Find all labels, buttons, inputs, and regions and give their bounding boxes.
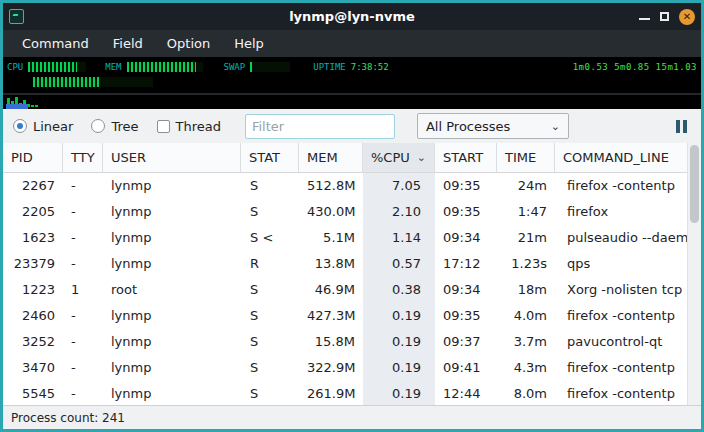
cell-cpu: 0.19 xyxy=(363,329,435,355)
sort-desc-icon: ⌄ xyxy=(413,151,426,164)
cell-tty: - xyxy=(63,173,103,199)
header-cpu[interactable]: %CPU ⌄ xyxy=(363,143,435,172)
cell-tty: - xyxy=(63,329,103,355)
pause-button[interactable] xyxy=(672,116,691,137)
cell-time: 24m xyxy=(497,173,555,199)
graph-tab-indicator[interactable] xyxy=(6,104,28,109)
close-button[interactable]: ✕ xyxy=(679,9,695,25)
cell-stat: S xyxy=(241,173,299,199)
header-time[interactable]: TIME xyxy=(497,143,555,172)
cell-cpu: 7.05 xyxy=(363,173,435,199)
header-user[interactable]: USER xyxy=(103,143,241,172)
cell-mem: 261.9M xyxy=(299,381,363,405)
linear-radio-circle xyxy=(13,119,27,133)
process-filter-select[interactable]: All Processes ⌄ xyxy=(417,113,569,139)
scrollbar-thumb[interactable] xyxy=(690,145,699,223)
header-tty[interactable]: TTY xyxy=(63,143,103,172)
table-row[interactable]: 2205 - lynmp S 430.0M 2.10 09:35 1:47 fi… xyxy=(3,199,687,225)
cell-stat: S < xyxy=(241,225,299,251)
tree-radio-circle xyxy=(91,119,105,133)
cell-start: 09:35 xyxy=(435,173,497,199)
per-cpu-meter xyxy=(33,77,153,87)
table-row[interactable]: 3252 - lynmp S 15.8M 0.19 09:37 3.7m pav… xyxy=(3,329,687,355)
cell-cpu: 0.57 xyxy=(363,251,435,277)
minimize-button[interactable] xyxy=(639,11,650,22)
cell-tty: - xyxy=(63,303,103,329)
vertical-scrollbar[interactable] xyxy=(687,143,701,405)
cell-time: 1:47 xyxy=(497,199,555,225)
app-icon xyxy=(9,9,24,24)
process-count: Process count: 241 xyxy=(11,411,125,425)
system-monitor-panel: CPU MEM SWAP UPTIME 7:38:52 1m0.53 5m0.8… xyxy=(3,57,701,109)
cpu-meter xyxy=(28,62,86,72)
uptime-label: UPTIME xyxy=(313,62,346,72)
thread-checkbox[interactable]: Thread xyxy=(157,119,221,134)
restore-button[interactable] xyxy=(660,12,669,21)
cell-time: 18m xyxy=(497,277,555,303)
table-row[interactable]: 1623 - lynmp S < 5.1M 1.14 09:34 21m pul… xyxy=(3,225,687,251)
cell-mem: 15.8M xyxy=(299,329,363,355)
table-row[interactable]: 2460 - lynmp S 427.3M 0.19 09:35 4.0m fi… xyxy=(3,303,687,329)
window-title: lynmp@lyn-nvme xyxy=(3,9,701,24)
cell-pid: 1223 xyxy=(3,277,63,303)
cell-tty: 1 xyxy=(63,277,103,303)
cell-user: lynmp xyxy=(103,355,241,381)
header-mem[interactable]: MEM xyxy=(299,143,363,172)
cell-command: pulseaudio --daem xyxy=(555,225,687,251)
cell-tty: - xyxy=(63,355,103,381)
cell-tty: - xyxy=(63,381,103,405)
cell-command: firefox -contentp xyxy=(555,355,687,381)
cell-command: pavucontrol-qt xyxy=(555,329,687,355)
cell-time: 21m xyxy=(497,225,555,251)
table-row[interactable]: 23379 - lynmp R 13.8M 0.57 17:12 1.23s q… xyxy=(3,251,687,277)
cell-pid: 3252 xyxy=(3,329,63,355)
cell-mem: 512.8M xyxy=(299,173,363,199)
thread-checkbox-label: Thread xyxy=(176,119,221,134)
thread-checkbox-box xyxy=(157,120,170,133)
cell-command: firefox -contentp xyxy=(555,303,687,329)
cell-cpu: 2.10 xyxy=(363,199,435,225)
header-command-line[interactable]: COMMAND_LINE xyxy=(555,143,687,172)
cell-time: 8.0m xyxy=(497,381,555,405)
cell-user: lynmp xyxy=(103,225,241,251)
cell-stat: S xyxy=(241,355,299,381)
load-average: 1m0.53 5m0.85 15m1.03 xyxy=(573,62,697,72)
table-row[interactable]: 1223 1 root S 46.9M 0.38 09:34 18m Xorg … xyxy=(3,277,687,303)
menu-command[interactable]: Command xyxy=(11,33,100,54)
cell-mem: 5.1M xyxy=(299,225,363,251)
filter-input[interactable] xyxy=(245,114,395,139)
table-header-row: PID TTY USER STAT MEM %CPU ⌄ START TIME … xyxy=(3,143,687,173)
cell-pid: 2267 xyxy=(3,173,63,199)
cell-stat: R xyxy=(241,251,299,277)
header-pid[interactable]: PID xyxy=(3,143,63,172)
cell-time: 4.3m xyxy=(497,355,555,381)
cell-mem: 13.8M xyxy=(299,251,363,277)
swap-meter xyxy=(250,62,290,72)
header-start[interactable]: START xyxy=(435,143,497,172)
toolbar: Linear Tree Thread All Processes ⌄ xyxy=(3,109,701,143)
cell-user: lynmp xyxy=(103,303,241,329)
cell-stat: S xyxy=(241,329,299,355)
table-row[interactable]: 3470 - lynmp S 322.9M 0.19 09:41 4.3m fi… xyxy=(3,355,687,381)
menu-option[interactable]: Option xyxy=(156,33,221,54)
header-stat[interactable]: STAT xyxy=(241,143,299,172)
tree-radio[interactable]: Tree xyxy=(91,119,138,134)
table-row[interactable]: 5545 - lynmp S 261.9M 0.19 12:44 8.0m fi… xyxy=(3,381,687,405)
cell-pid: 2460 xyxy=(3,303,63,329)
menu-field[interactable]: Field xyxy=(102,33,154,54)
cell-pid: 5545 xyxy=(3,381,63,405)
cell-tty: - xyxy=(63,199,103,225)
menu-help[interactable]: Help xyxy=(223,33,275,54)
cell-command: firefox xyxy=(555,199,687,225)
table-row[interactable]: 2267 - lynmp S 512.8M 7.05 09:35 24m fir… xyxy=(3,173,687,199)
header-cpu-label: %CPU xyxy=(371,150,410,165)
cell-mem: 427.3M xyxy=(299,303,363,329)
cell-mem: 430.0M xyxy=(299,199,363,225)
cell-user: lynmp xyxy=(103,381,241,405)
cell-mem: 322.9M xyxy=(299,355,363,381)
cell-start: 09:35 xyxy=(435,303,497,329)
titlebar: lynmp@lyn-nvme ✕ xyxy=(3,3,701,30)
linear-radio[interactable]: Linear xyxy=(13,119,73,134)
cell-start: 09:37 xyxy=(435,329,497,355)
cell-command: firefox -contentp xyxy=(555,381,687,405)
